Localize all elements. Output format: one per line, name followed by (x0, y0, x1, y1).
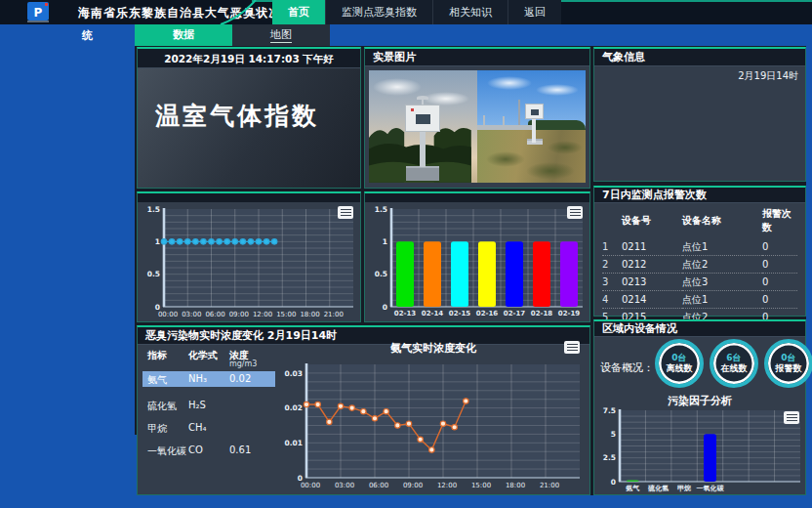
svg-text:1: 1 (383, 237, 387, 246)
svg-text:06:00: 06:00 (205, 311, 224, 318)
table-row[interactable]: 40214点位10 (602, 291, 797, 309)
logo-red-dot (45, 3, 48, 6)
svg-text:02-13: 02-13 (394, 310, 417, 318)
alarm-panel: 7日内监测点报警次数 设备号 设备名称 报警次数 10211点位10 20212… (593, 186, 806, 317)
svg-text:03:00: 03:00 (182, 311, 201, 318)
svg-text:甲烷: 甲烷 (677, 484, 691, 492)
alarm-table-header: 设备号 设备名称 报警次数 (602, 204, 797, 238)
svg-text:09:00: 09:00 (229, 311, 249, 318)
svg-text:0.02: 0.02 (284, 403, 303, 412)
table-row[interactable]: 10211点位10 (602, 238, 797, 256)
index-trend-chart[interactable]: 00.511.500:0003:0006:0009:0012:0015:0018… (139, 203, 359, 326)
svg-text:7.5: 7.5 (603, 406, 616, 415)
cloud (423, 92, 469, 106)
index-chart-panel: 00.511.500:0003:0006:0009:0012:0015:0018… (137, 191, 361, 322)
grass-patch (548, 141, 583, 154)
photos-panel-title: 实景图片 (365, 49, 589, 66)
nav-item-home[interactable]: 首页 (272, 0, 325, 24)
svg-text:5: 5 (611, 430, 616, 439)
chart-menu-icon[interactable] (567, 206, 583, 219)
chart-menu-icon[interactable] (784, 411, 799, 424)
svg-text:12:00: 12:00 (253, 311, 272, 318)
odor-col-formula: 化学式 (188, 349, 218, 362)
grass-patch (486, 151, 525, 167)
weather-time: 2月19日14时 (738, 69, 798, 83)
svg-text:00:00: 00:00 (301, 482, 320, 489)
fence-post (503, 116, 505, 128)
device-panel-title: 区域内设备情况 (594, 321, 805, 337)
svg-text:02-18: 02-18 (531, 310, 553, 318)
svg-text:2.5: 2.5 (603, 453, 616, 462)
svg-text:0.5: 0.5 (147, 270, 160, 278)
antenna-cap (417, 96, 428, 100)
logo-subtext (27, 21, 49, 22)
svg-text:12:00: 12:00 (437, 482, 457, 489)
tab-bar: 统 数据 地图 (0, 24, 812, 46)
daily-bar-chart-panel: 00.511.502-1302-1402-1502-1602-1702-1802… (364, 191, 590, 322)
daily-index-bar-chart[interactable]: 00.511.502-1302-1402-1502-1602-1702-1802… (366, 203, 589, 326)
col-device-no: 设备号 (622, 204, 682, 238)
light-pole (518, 100, 520, 125)
odor-row-h2s[interactable]: 硫化氢 (147, 400, 177, 413)
svg-text:0.01: 0.01 (284, 439, 303, 447)
site-photo-1 (369, 70, 477, 183)
svg-text:18:00: 18:00 (506, 482, 525, 489)
svg-text:15:00: 15:00 (276, 311, 296, 318)
odor-row-selected[interactable]: 氨气 NH₃ 0.02 (142, 371, 275, 387)
pollution-factor-chart[interactable]: 02.557.5氨气硫化氢甲烷一氧化碳 (596, 405, 805, 498)
tab-data[interactable]: 数据 (135, 24, 232, 46)
nav-item-back[interactable]: 返回 (508, 0, 561, 24)
col-device-name: 设备名称 (682, 204, 762, 238)
svg-text:00:00: 00:00 (158, 311, 178, 318)
alarm-table-wrap: 设备号 设备名称 报警次数 10211点位10 20212点位20 30213点… (594, 203, 805, 316)
svg-text:02-15: 02-15 (449, 310, 471, 318)
device-stats: 0台 离线数 6台 在线数 0台 报警数 (655, 339, 812, 388)
device-pedestal (406, 166, 439, 181)
device-pole (532, 119, 536, 143)
ammonia-trend-chart[interactable]: 00.010.020.0300:0003:0006:0009:0012:0015… (277, 339, 589, 499)
svg-text:一氧化碳: 一氧化碳 (697, 485, 725, 492)
device-pole (420, 130, 426, 167)
svg-text:02-16: 02-16 (476, 310, 499, 318)
nav-item-knowledge[interactable]: 相关知识 (432, 0, 508, 24)
chart-panel-topstrip (138, 193, 360, 202)
svg-text:02-14: 02-14 (422, 310, 444, 318)
odor-row-co[interactable]: 一氧化碳 (147, 444, 186, 458)
greeting-body: 温室气体指数 (138, 68, 360, 188)
stat-alarm: 0台 报警数 (764, 339, 812, 388)
photos-panel: 实景图片 (364, 47, 590, 189)
nav-item-odor-index[interactable]: 监测点恶臭指数 (325, 0, 432, 24)
svg-text:15:00: 15:00 (471, 482, 491, 489)
svg-text:0.5: 0.5 (375, 270, 387, 278)
fence-post (483, 115, 485, 129)
title-wrap-char: 统 (82, 28, 93, 43)
weather-panel-title: 气象信息 (594, 49, 805, 66)
odor-panel: 恶臭污染物实时浓度变化 2月19日14时 指标 化学式 浓度 mg/m3 氨气 … (137, 325, 590, 495)
odor-unit: mg/m3 (229, 360, 257, 368)
tab-map[interactable]: 地图 (232, 24, 330, 46)
col-alarm-count: 报警次数 (762, 204, 797, 238)
alarm-panel-title: 7日内监测点报警次数 (594, 188, 805, 203)
device-screen (416, 114, 430, 124)
table-row[interactable]: 20212点位20 (602, 256, 797, 274)
svg-text:0: 0 (383, 303, 387, 312)
cloud (373, 78, 422, 96)
site-photos (369, 70, 586, 183)
top-navbar: P 海南省乐东黎族自治县大气恶臭状况实时发布系 首页 监测点恶臭指数 相关知识 … (0, 0, 812, 24)
stat-online: 6台 在线数 (710, 339, 758, 388)
chart-menu-icon[interactable] (564, 341, 580, 354)
odor-row-ch4[interactable]: 甲烷 (147, 422, 167, 436)
device-panel: 区域内设备情况 设备概况： 0台 离线数 6台 在线数 0台 报警数 污染因子分… (593, 319, 806, 495)
device-screen (531, 109, 539, 115)
odor-body: 指标 化学式 浓度 mg/m3 氨气 NH₃ 0.02 硫化氢 H₂S 甲烷 C… (138, 345, 589, 494)
chart-menu-icon[interactable] (338, 206, 353, 219)
chart-panel-topstrip (365, 193, 589, 202)
logo-glyph: P (34, 6, 43, 20)
monitor-box (405, 105, 440, 132)
svg-text:1.5: 1.5 (147, 205, 160, 214)
svg-text:02-17: 02-17 (504, 310, 526, 318)
svg-text:21:00: 21:00 (540, 482, 559, 489)
logo: P (27, 2, 49, 21)
table-row[interactable]: 30213点位30 (602, 274, 797, 291)
svg-text:21:00: 21:00 (324, 311, 344, 318)
